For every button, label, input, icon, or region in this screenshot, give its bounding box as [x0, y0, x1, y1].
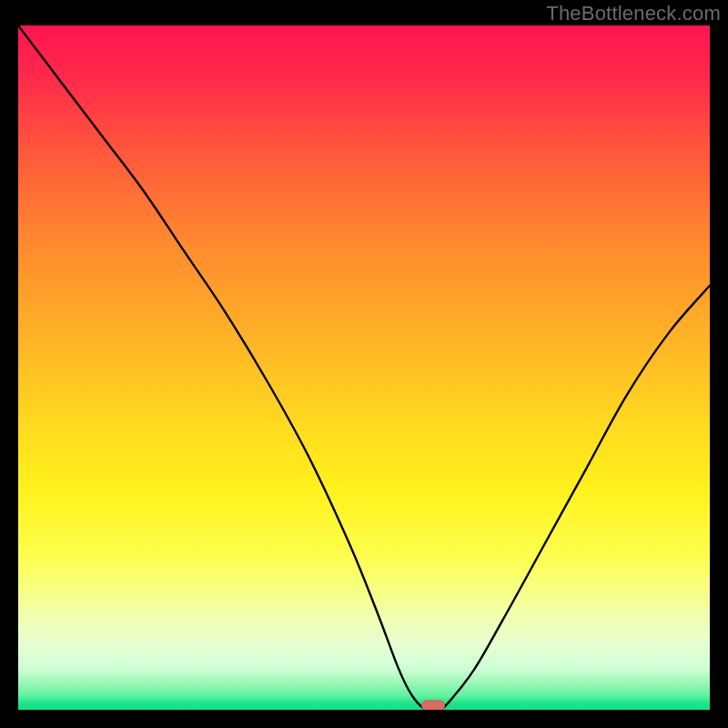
curve-layer: [18, 25, 710, 710]
minimum-marker: [421, 700, 445, 710]
watermark-text: TheBottleneck.com: [546, 2, 721, 25]
plot-area: [18, 25, 710, 710]
bottleneck-curve: [18, 25, 710, 710]
chart-frame: TheBottleneck.com: [0, 0, 728, 728]
